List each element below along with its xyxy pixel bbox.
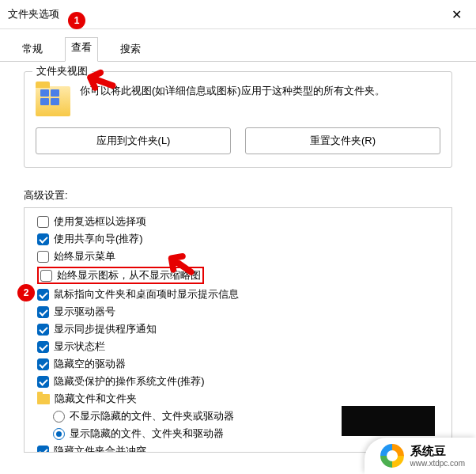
folder-view-group: 文件夹视图 你可以将此视图(如详细信息或图标)应用于这种类型的所有文件夹。 应用…: [24, 71, 452, 168]
folder-icon: [36, 86, 70, 116]
checkbox-icon[interactable]: [37, 446, 49, 453]
annotation-badge-2: 2: [17, 284, 35, 301]
tab-search[interactable]: 搜索: [112, 37, 149, 61]
advanced-settings-label: 高级设置:: [24, 188, 452, 203]
watermark: 系统豆 www.xtdpc.com: [365, 438, 476, 474]
checkbox-icon[interactable]: [37, 358, 49, 370]
reset-folders-button[interactable]: 重置文件夹(R): [245, 127, 440, 154]
adv-item-0[interactable]: 使用复选框以选择项: [37, 213, 448, 230]
folder-icon: [37, 394, 50, 404]
adv-item-7[interactable]: 显示状态栏: [37, 338, 448, 355]
adv-item-5[interactable]: 显示驱动器号: [37, 303, 448, 320]
adv-item-label: 使用共享向导(推荐): [54, 232, 143, 246]
checkbox-icon[interactable]: [37, 306, 49, 318]
adv-item-label: 隐藏受保护的操作系统文件(推荐): [54, 374, 205, 389]
adv-item-label: 不显示隐藏的文件、文件夹或驱动器: [70, 409, 234, 423]
adv-item-4[interactable]: 鼠标指向文件夹和桌面项时显示提示信息: [37, 286, 448, 303]
apply-to-folders-button[interactable]: 应用到文件夹(L): [36, 127, 231, 154]
adv-item-label: 隐藏文件和文件夹: [55, 392, 137, 406]
checkbox-icon[interactable]: [40, 270, 52, 282]
window-title: 文件夹选项: [8, 7, 59, 21]
adv-item-1[interactable]: 使用共享向导(推荐): [37, 230, 448, 248]
checkbox-icon[interactable]: [37, 251, 49, 263]
annotation-badge-1: 1: [68, 12, 85, 29]
watermark-logo-icon: [380, 444, 404, 468]
checkbox-icon[interactable]: [37, 233, 49, 245]
watermark-title: 系统豆: [410, 444, 465, 459]
tab-view[interactable]: 查看: [65, 37, 98, 62]
adv-item-label: 使用复选框以选择项: [54, 214, 146, 229]
adv-item-label: 显示隐藏的文件、文件夹和驱动器: [70, 427, 224, 441]
checkbox-icon[interactable]: [37, 376, 49, 388]
checkbox-icon[interactable]: [37, 341, 49, 353]
annotation-highlight: 始终显示图标，从不显示缩略图: [37, 267, 204, 284]
adv-item-3[interactable]: 始终显示图标，从不显示缩略图: [37, 265, 448, 286]
adv-item-9[interactable]: 隐藏受保护的操作系统文件(推荐): [37, 373, 448, 390]
adv-item-6[interactable]: 显示同步提供程序通知: [37, 320, 448, 338]
group-title: 文件夹视图: [32, 64, 92, 78]
checkbox-icon[interactable]: [37, 289, 49, 301]
adv-item-10: 隐藏文件和文件夹: [37, 390, 448, 408]
adv-item-label: 始终显示图标，从不显示缩略图: [57, 268, 201, 283]
adv-item-label: 显示状态栏: [54, 339, 105, 354]
adv-item-label: 显示驱动器号: [54, 305, 115, 319]
adv-item-label: 隐藏空的驱动器: [54, 357, 126, 371]
adv-item-label: 隐藏文件夹合并冲突: [54, 444, 146, 453]
checkbox-icon[interactable]: [37, 216, 49, 228]
close-button[interactable]: ✕: [444, 5, 468, 24]
radio-icon[interactable]: [53, 411, 65, 423]
adv-item-label: 鼠标指向文件夹和桌面项时显示提示信息: [54, 287, 239, 301]
overlay-patch: [342, 406, 435, 436]
radio-icon[interactable]: [53, 428, 65, 440]
tab-general[interactable]: 常规: [14, 37, 51, 61]
tab-bar: 常规 查看 搜索: [0, 29, 476, 62]
view-panel: 文件夹视图 你可以将此视图(如详细信息或图标)应用于这种类型的所有文件夹。 应用…: [0, 62, 476, 462]
watermark-url: www.xtdpc.com: [410, 459, 465, 468]
adv-item-8[interactable]: 隐藏空的驱动器: [37, 355, 448, 373]
group-description: 你可以将此视图(如详细信息或图标)应用于这种类型的所有文件夹。: [80, 83, 440, 100]
checkbox-icon[interactable]: [37, 324, 49, 336]
adv-item-label: 始终显示菜单: [54, 249, 115, 264]
close-icon: ✕: [451, 7, 462, 22]
adv-item-2[interactable]: 始终显示菜单: [37, 248, 448, 265]
adv-item-label: 显示同步提供程序通知: [54, 322, 157, 336]
